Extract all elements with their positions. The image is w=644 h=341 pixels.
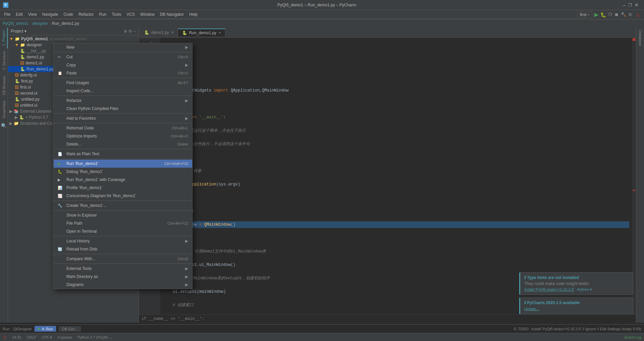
ctx-external-tools[interactable]: External Tools ▶: [54, 265, 192, 273]
ctx-paste[interactable]: 📋 Paste Ctrl+V: [54, 69, 192, 77]
sidebar-structure-icon[interactable]: 2: Structure: [1, 48, 7, 73]
tab-bar: 🐍 demo1.py ✕ 🐍 Run_demo1.py ✕: [139, 27, 636, 38]
code-line-17: ui = demo1.ui_MainWindow(): [163, 262, 629, 268]
ctx-compare[interactable]: Compare With... Ctrl+D: [54, 255, 192, 263]
ctx-show-explorer[interactable]: Show in Explorer: [54, 211, 192, 219]
notification-pycharm-update: ℹ PyCharm 2020.1.5 available Update...: [519, 297, 633, 314]
ctx-delete[interactable]: Delete... Delete: [54, 140, 192, 148]
ctx-profile[interactable]: 📊 Profile 'Run_demo1': [54, 184, 192, 192]
notif-update-link[interactable]: Update...: [524, 307, 539, 311]
ctx-mark-plain[interactable]: 📄 Mark as Plain Text: [54, 150, 192, 158]
ctx-copy-label: Copy: [66, 63, 185, 67]
ctx-find-usages[interactable]: Find Usages Alt+F7: [54, 79, 192, 87]
ctx-concurrency[interactable]: 📈 Concurrency Diagram for 'Run_demo1': [54, 192, 192, 200]
sidebar-project-icon[interactable]: 1: Project: [0, 27, 8, 48]
code-line-3: [163, 74, 629, 80]
debug-button[interactable]: 🐛: [600, 12, 606, 17]
bc-folder[interactable]: designer: [33, 21, 48, 26]
menu-refactor[interactable]: Refactor: [76, 11, 96, 17]
notif-actions[interactable]: Actions ▾: [577, 287, 592, 292]
ctx-new[interactable]: New ▶: [54, 43, 192, 51]
project-gear-icon[interactable]: ⚙: [128, 29, 132, 34]
menu-run[interactable]: Run: [96, 11, 109, 17]
tab-demo1py[interactable]: 🐍 demo1.py ✕: [140, 29, 178, 36]
db-navigator-tab[interactable]: Database: [637, 27, 644, 49]
ctx-local-history[interactable]: Local History ▶: [54, 237, 192, 245]
error-indicator-top: [633, 38, 635, 41]
ctx-debug[interactable]: 🐛 Debug 'Run_demo1': [54, 168, 192, 176]
sidebar-db-browser-icon[interactable]: DB Browser: [1, 73, 7, 98]
ctx-optimize-label: Optimize Imports: [66, 134, 171, 138]
close-button[interactable]: ✕: [635, 2, 639, 8]
run-config-dropdown[interactable]: first ▾: [577, 11, 592, 18]
ctx-create[interactable]: 🔧 Create 'Run_demo1'...: [54, 202, 192, 210]
menu-db-navigator[interactable]: DB Navigator: [157, 11, 186, 17]
ctx-run[interactable]: ▶ Run 'Run_demo1' Ctrl+Shift+F10: [54, 160, 192, 168]
ctx-open-terminal[interactable]: Open in Terminal: [54, 227, 192, 235]
notif-install-link[interactable]: Install 'PyQt5-stubs==5.15.2.0': [524, 287, 574, 292]
ctx-refactor-label: Refactor: [66, 98, 185, 103]
run-config-label: first: [580, 12, 586, 17]
maximize-button[interactable]: ❐: [628, 2, 632, 8]
tab-run-demo1py[interactable]: 🐍 Run_demo1.py ✕: [178, 29, 225, 37]
ctx-optimize-imports[interactable]: Optimize Imports Ctrl+Alt+O: [54, 132, 192, 140]
ctx-diagrams[interactable]: Diagrams ▶: [54, 281, 192, 289]
db-tab-btn[interactable]: DB Exe...: [59, 326, 81, 332]
mark-plain-icon: 📄: [58, 152, 64, 156]
project-add-icon[interactable]: ⊕: [124, 29, 127, 34]
ctx-profile-label: Profile 'Run_demo1': [66, 185, 188, 190]
status-python: Python 3.7 (PyQt5-...: [77, 335, 112, 339]
ctx-reload[interactable]: 🔄 Reload from Disk: [54, 245, 192, 253]
menu-view[interactable]: View: [25, 11, 40, 17]
status-crlf: CRLF: [27, 335, 37, 339]
run-button[interactable]: ▶: [594, 11, 598, 18]
ctx-mark-dir[interactable]: Mark Directory as ▶: [54, 273, 192, 281]
ctx-add-favorites[interactable]: Add to Favorites ▶: [54, 114, 192, 122]
ctx-sep9: [54, 210, 192, 211]
paste-icon: 📋: [58, 71, 64, 75]
window-title: PyQt5_demo1 – Run_demo1.py – PyCharm: [11, 3, 623, 7]
project-title: Project ▾: [11, 29, 122, 34]
tab-run-close[interactable]: ✕: [218, 31, 221, 35]
menu-code[interactable]: Code: [61, 11, 76, 17]
stop-button[interactable]: ⏹: [614, 12, 619, 17]
right-sidebar: Database: [636, 27, 644, 323]
event-log-btn[interactable]: Event Log: [625, 335, 641, 339]
run-with-coverage-button[interactable]: 🛡: [608, 12, 612, 17]
error-indicator: ⚠: [636, 12, 640, 17]
bc-project[interactable]: PyQt5_demo1: [3, 21, 29, 26]
minimize-button[interactable]: –: [623, 2, 626, 8]
menu-window[interactable]: Window: [138, 11, 157, 17]
tree-item-root[interactable]: ▼ 📁 PyQt5_demo1 E:\code\PyQt5_demo1: [8, 36, 139, 42]
debug-icon: 🐛: [58, 170, 64, 174]
menu-tools[interactable]: Tools: [109, 11, 124, 17]
ctx-file-path[interactable]: File Path Ctrl+Alt+F12: [54, 219, 192, 227]
menu-vcs[interactable]: VCS: [124, 11, 138, 17]
project-panel-header: Project ▾ ⊕ ⚙ –: [8, 27, 139, 35]
ctx-clean-compiled[interactable]: Clean Python Compiled Files: [54, 105, 192, 113]
code-line-15: [163, 235, 629, 241]
warning-indicator: [633, 190, 635, 191]
tab-demo1py-close[interactable]: ✕: [171, 31, 174, 34]
build-button[interactable]: 🔨: [621, 12, 626, 17]
project-collapse-icon[interactable]: –: [133, 29, 136, 34]
menu-file[interactable]: File: [1, 11, 13, 17]
settings-button[interactable]: ⚙: [628, 12, 632, 17]
bc-file[interactable]: Run_demo1.py: [52, 21, 79, 26]
ctx-reformat[interactable]: Reformat Code Ctrl+Alt+L: [54, 124, 192, 132]
ctx-inspect-code[interactable]: Inspect Code...: [54, 87, 192, 95]
ctx-create-label: Create 'Run_demo1'...: [66, 203, 188, 208]
ctx-run-coverage[interactable]: ▶ Run 'Run_demo1' with Coverage: [54, 176, 192, 184]
sidebar-find-icon[interactable]: 🔍: [0, 121, 8, 130]
status-charset: UTF-8: [42, 335, 52, 339]
menu-edit[interactable]: Edit: [13, 11, 25, 17]
menu-navigate[interactable]: Navigate: [40, 11, 61, 17]
ctx-refactor[interactable]: Refactor ▶: [54, 97, 192, 105]
run-tab-btn[interactable]: ▶ 4: Run: [35, 326, 56, 332]
ctx-cut[interactable]: ✂ Cut Ctrl+X: [54, 53, 192, 61]
code-line-12: [163, 194, 629, 201]
context-menu: New ▶ ✂ Cut Ctrl+X Copy ▶ 📋 Paste Ctrl+V…: [53, 43, 193, 289]
ctx-copy[interactable]: Copy ▶: [54, 61, 192, 69]
sidebar-sonarview-icon[interactable]: SonarView: [1, 98, 7, 121]
menu-help[interactable]: Help: [186, 11, 200, 17]
